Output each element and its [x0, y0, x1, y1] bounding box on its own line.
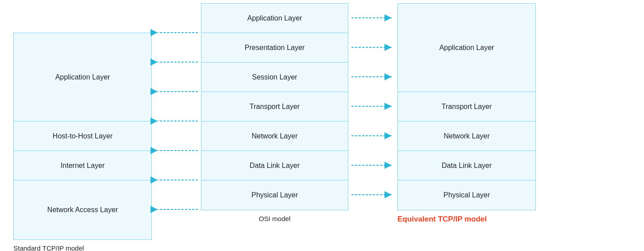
osi-network: Network Layer: [201, 121, 348, 151]
tcpip-internet-label: Internet Layer: [61, 162, 105, 170]
arrow-left-app: [152, 18, 201, 47]
tcpip-internet-layer: Internet Layer: [14, 151, 151, 180]
arrow-left-session: [152, 77, 201, 106]
arrow-right-presentation: [348, 33, 397, 62]
osi-transport-label: Transport Layer: [250, 103, 300, 111]
arrow-right-physical: [348, 180, 397, 209]
arrow-right-datalink: [348, 151, 397, 180]
osi-presentation-label: Presentation Layer: [245, 44, 305, 52]
tcpip-equiv-box: Application Layer Transport Layer Networ…: [397, 3, 536, 210]
tcpip-standard-label-wrap: Standard TCP/IP model: [13, 244, 152, 251]
osi-datalink: Data Link Layer: [201, 151, 348, 180]
tcpip-host-label: Host-to-Host Layer: [53, 132, 113, 140]
tcpip-standard-col: Application Layer Host-to-Host Layer Int…: [13, 3, 152, 251]
equiv-transport-label: Transport Layer: [442, 103, 492, 111]
arrow-right-app: [348, 3, 397, 33]
tcpip-host-layer: Host-to-Host Layer: [14, 121, 151, 151]
tcpip-netaccess-layer: Network Access Layer: [14, 180, 151, 239]
equiv-transport-layer: Transport Layer: [398, 92, 535, 121]
osi-app: Application Layer: [201, 4, 348, 33]
tcpip-equiv-label-wrap: Equivalent TCP/IP model: [397, 215, 536, 224]
equiv-network-layer: Network Layer: [398, 121, 535, 151]
arrow-left-transport: [152, 106, 201, 136]
equiv-app-layer: Application Layer: [398, 4, 535, 92]
diagram-wrapper: Application Layer Host-to-Host Layer Int…: [0, 0, 644, 251]
main-row: Application Layer Host-to-Host Layer Int…: [0, 3, 644, 251]
osi-col: Application Layer Presentation Layer Ses…: [201, 3, 348, 223]
right-arrows-col: [348, 3, 397, 209]
tcpip-equiv-col: Application Layer Transport Layer Networ…: [397, 3, 536, 224]
osi-label: OSI model: [259, 215, 291, 222]
tcpip-equiv-border: Application Layer Transport Layer Networ…: [397, 3, 536, 210]
arrow-left-datalink: [152, 165, 201, 195]
osi-datalink-label: Data Link Layer: [250, 162, 300, 170]
arrow-right-session: [348, 62, 397, 92]
osi-app-label: Application Layer: [247, 14, 302, 22]
equiv-physical-label: Physical Layer: [443, 191, 490, 199]
tcpip-app-layer: Application Layer: [14, 33, 151, 121]
left-arrows-col: [152, 3, 201, 224]
tcpip-standard-box: Application Layer Host-to-Host Layer Int…: [13, 33, 152, 240]
osi-session: Session Layer: [201, 63, 348, 92]
arrow-right-transport: [348, 92, 397, 121]
equiv-network-label: Network Layer: [443, 132, 489, 140]
equiv-physical-layer: Physical Layer: [398, 180, 535, 210]
arrow-left-presentation: [152, 47, 201, 77]
tcpip-equiv-label: Equivalent TCP/IP model: [397, 215, 487, 223]
equiv-datalink-label: Data Link Layer: [442, 162, 492, 170]
tcpip-app-label: Application Layer: [55, 73, 110, 81]
osi-presentation: Presentation Layer: [201, 33, 348, 63]
osi-transport: Transport Layer: [201, 92, 348, 121]
arrow-left-physical: [152, 195, 201, 224]
tcpip-standard-border: Application Layer Host-to-Host Layer Int…: [13, 33, 152, 240]
arrow-left-network: [152, 136, 201, 165]
equiv-datalink-layer: Data Link Layer: [398, 151, 535, 180]
osi-physical: Physical Layer: [201, 180, 348, 210]
tcpip-netaccess-label: Network Access Layer: [47, 206, 118, 214]
osi-label-wrap: OSI model: [259, 215, 291, 223]
equiv-app-label: Application Layer: [439, 44, 494, 52]
tcpip-standard-label: Standard TCP/IP model: [13, 244, 84, 251]
osi-network-label: Network Layer: [251, 132, 297, 140]
osi-border: Application Layer Presentation Layer Ses…: [201, 3, 348, 210]
osi-session-label: Session Layer: [252, 73, 297, 81]
arrow-right-network: [348, 121, 397, 151]
osi-physical-label: Physical Layer: [251, 191, 298, 199]
